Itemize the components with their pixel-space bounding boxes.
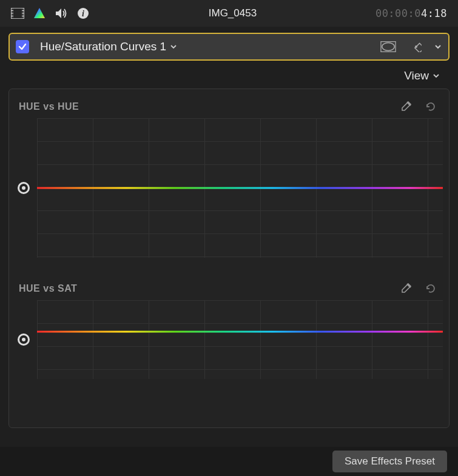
audio-inspector-icon[interactable]	[55, 7, 68, 20]
svg-text:i: i	[82, 9, 84, 18]
curves-panel: HUE vs HUE HUE vs SAT	[8, 89, 450, 428]
footer-bar: Save Effects Preset	[0, 447, 458, 476]
svg-point-16	[415, 45, 417, 48]
eyedropper-icon[interactable]	[399, 100, 413, 113]
clip-title: IMG_0453	[90, 7, 375, 19]
eyedropper-icon[interactable]	[399, 282, 413, 295]
keyframe-icon[interactable]	[408, 39, 424, 55]
hue-curve-line[interactable]	[37, 331, 443, 333]
hue-vs-sat-section: HUE vs SAT	[15, 282, 443, 379]
hue-vs-hue-grid[interactable]	[37, 118, 443, 258]
inspector-topbar: i IMG_0453 00:00:04:18	[0, 0, 458, 27]
timecode-bright: 4:18	[421, 7, 447, 19]
effect-enabled-checkbox[interactable]	[16, 40, 29, 53]
shape-mask-icon[interactable]	[380, 39, 396, 55]
hue-vs-hue-section: HUE vs HUE	[15, 100, 443, 258]
timecode-dim: 00:00:0	[375, 7, 421, 19]
effect-name-dropdown[interactable]: Hue/Saturation Curves 1	[40, 40, 177, 53]
topbar-left-icons: i	[11, 7, 90, 20]
effect-header-row[interactable]: Hue/Saturation Curves 1	[8, 33, 450, 61]
hue-vs-sat-label: HUE vs SAT	[19, 283, 77, 294]
hue-vs-sat-grid[interactable]	[37, 300, 443, 379]
hue-curve-line[interactable]	[37, 187, 443, 189]
view-menu-button[interactable]: View	[404, 69, 440, 82]
timecode: 00:00:04:18	[375, 7, 447, 19]
save-effects-preset-button[interactable]: Save Effects Preset	[332, 451, 447, 472]
svg-marker-10	[34, 8, 45, 18]
curve-handle[interactable]	[18, 182, 30, 194]
svg-point-13	[382, 43, 394, 51]
chevron-down-icon	[170, 43, 177, 50]
video-inspector-icon[interactable]	[11, 7, 24, 20]
effect-name-label: Hue/Saturation Curves 1	[40, 40, 166, 53]
color-inspector-icon[interactable]	[33, 7, 46, 20]
curve-handle[interactable]	[18, 334, 30, 346]
view-row: View	[0, 61, 458, 89]
view-label: View	[404, 69, 429, 82]
info-inspector-icon[interactable]: i	[76, 7, 90, 20]
reset-icon[interactable]	[423, 282, 437, 295]
reset-icon[interactable]	[423, 100, 437, 113]
hue-vs-hue-label: HUE vs HUE	[19, 101, 79, 112]
chevron-down-icon	[433, 72, 440, 79]
effect-disclosure-chevron[interactable]	[434, 42, 442, 51]
